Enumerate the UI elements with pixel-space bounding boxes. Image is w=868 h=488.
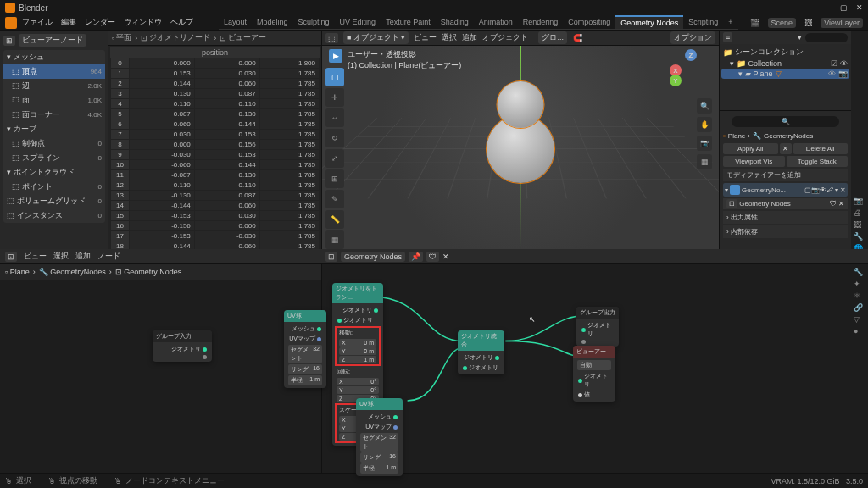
category-row[interactable]: ▾ カーブ bbox=[3, 122, 105, 136]
menu-file[interactable]: ファイル bbox=[22, 17, 53, 28]
viewlayer-select[interactable]: ViewLayer bbox=[821, 18, 863, 28]
spreadsheet-icon[interactable]: ⊞ bbox=[3, 36, 15, 46]
workspace-tab[interactable]: UV Editing bbox=[335, 16, 381, 28]
add-modifier-dropdown[interactable]: モディファイアーを追加 bbox=[723, 169, 848, 181]
apply-all-button[interactable]: Apply All bbox=[723, 143, 778, 154]
filter-icon[interactable]: ▾ bbox=[798, 33, 802, 42]
ne-menu-add[interactable]: 追加 bbox=[75, 251, 91, 262]
props-search[interactable]: 🔍 bbox=[732, 116, 839, 127]
props-bc-gn[interactable]: GeometryNodes bbox=[764, 132, 813, 140]
node-editor-icon[interactable]: ⊡ bbox=[5, 252, 17, 262]
workspace-tab[interactable]: Sculpting bbox=[293, 16, 335, 28]
tab-output-icon[interactable]: 🖨 bbox=[854, 208, 865, 217]
persp-icon[interactable]: ▦ bbox=[697, 154, 712, 169]
menu-render[interactable]: レンダー bbox=[85, 17, 115, 28]
node-tree-icon[interactable]: ⊡ bbox=[326, 252, 337, 262]
category-row[interactable]: ⬚ 面コーナー4.0K bbox=[3, 108, 105, 122]
scene-collection-row[interactable]: 📁 シーンコレクション bbox=[721, 46, 849, 58]
tool-transform[interactable]: ⊞ bbox=[326, 169, 344, 188]
category-row[interactable]: ▾ メッシュ bbox=[3, 50, 105, 64]
node-group-output[interactable]: グループ出力 ジオメトリ bbox=[576, 307, 619, 347]
window-controls[interactable]: —▢✕ bbox=[824, 3, 863, 12]
node-uv-sphere-1[interactable]: UV球 メッシュ UVマップ セグメント32 リング16 半径1 m bbox=[284, 310, 326, 388]
nbc-plane[interactable]: ▫ Plane bbox=[5, 268, 30, 276]
node-tree-close-icon[interactable]: ✕ bbox=[442, 252, 449, 261]
tool-annotate[interactable]: ✎ bbox=[326, 190, 344, 208]
maximize-icon[interactable]: ▢ bbox=[840, 3, 848, 12]
delete-all-button[interactable]: Delete All bbox=[793, 143, 849, 154]
category-row[interactable]: ⬚ 頂点964 bbox=[3, 64, 105, 79]
output-attributes-section[interactable]: › 出力属性 bbox=[723, 211, 848, 224]
shield-icon[interactable]: 🛡 bbox=[426, 252, 439, 262]
modifier-geometry-nodes[interactable]: ▾ GeometryNo...▢📷👁🖊 ▾ ✕ bbox=[723, 183, 848, 197]
pin-icon[interactable]: 📌 bbox=[409, 252, 423, 262]
ne-menu-view[interactable]: ビュー bbox=[24, 251, 47, 262]
minimize-icon[interactable]: — bbox=[824, 3, 832, 12]
editor-type-icon[interactable]: ⬚ bbox=[326, 33, 338, 43]
node-join-geometry[interactable]: ジオメトリ統合 ジオメトリ ジオメトリ bbox=[458, 330, 504, 374]
breadcrumb-viewer[interactable]: ⊡ ビューアー bbox=[220, 32, 266, 43]
outliner-search[interactable] bbox=[805, 33, 848, 42]
workspace-tab[interactable]: Scripting bbox=[683, 16, 723, 28]
zoom-icon[interactable]: 🔍 bbox=[697, 98, 712, 114]
ne-menu-node[interactable]: ノード bbox=[97, 251, 120, 262]
plane-row[interactable]: ▾ ▰ Plane ▽👁 📷 bbox=[721, 69, 849, 79]
node-uv-sphere-2[interactable]: UV球 メッシュ UVマップ セグメント32 リング16 半径1 m bbox=[356, 398, 403, 476]
play-viewport-icon[interactable]: ▶ bbox=[329, 49, 342, 63]
workspace-tab[interactable]: Animation bbox=[474, 16, 518, 28]
internal-deps-section[interactable]: › 内部依存 bbox=[723, 225, 848, 238]
mode-select[interactable]: ■ オブジェクト ▾ bbox=[343, 31, 409, 44]
workspace-tab[interactable]: Modeling bbox=[252, 16, 293, 28]
workspace-add[interactable]: + bbox=[723, 16, 737, 28]
tool-add[interactable]: ▦ bbox=[326, 230, 344, 249]
node-tree-name[interactable]: Geometry Nodes bbox=[739, 200, 790, 208]
viewer-node-select[interactable]: ビューアーノード bbox=[19, 34, 86, 47]
menu-edit[interactable]: 編集 bbox=[61, 17, 76, 28]
vp-menu-object[interactable]: オブジェクト bbox=[482, 32, 528, 43]
breadcrumb-geonodes[interactable]: ⊡ ジオメトリノード bbox=[141, 32, 210, 43]
nbc-gn2[interactable]: ⊡ Geometry Nodes bbox=[115, 268, 182, 276]
category-row[interactable]: ⬚ スプライン0 bbox=[3, 151, 105, 165]
vp-menu-select[interactable]: 選択 bbox=[442, 32, 457, 43]
collection-row[interactable]: ▾ 📁 Collection☑ 👁 bbox=[721, 58, 849, 69]
close-icon[interactable]: ✕ bbox=[856, 3, 863, 12]
category-row[interactable]: ⬚ ポイント0 bbox=[3, 180, 105, 194]
props-bc-plane[interactable]: Plane bbox=[728, 132, 745, 140]
category-row[interactable]: ⬚ インスタンス0 bbox=[3, 208, 105, 223]
workspace-tab[interactable]: Geometry Nodes bbox=[615, 15, 683, 29]
tool-scale[interactable]: ⤢ bbox=[326, 149, 344, 168]
nbc-gn[interactable]: 🔧 GeometryNodes bbox=[39, 268, 106, 276]
workspace-tab[interactable]: Rendering bbox=[518, 16, 564, 28]
tool-move[interactable]: ↔ bbox=[326, 108, 344, 127]
tab-render-icon[interactable]: 📷 bbox=[854, 197, 865, 205]
tool-measure[interactable]: 📏 bbox=[326, 210, 344, 229]
ne-menu-select[interactable]: 選択 bbox=[53, 251, 69, 262]
node-group-input[interactable]: グループ入力 ジオメトリ bbox=[153, 330, 212, 362]
3d-viewport[interactable]: ⬚ ■ オブジェクト ▾ ビュー 選択 追加 オブジェクト グロ... 🧲 オプ… bbox=[322, 30, 720, 249]
tool-rotate[interactable]: ↻ bbox=[326, 129, 344, 147]
category-row[interactable]: ⬚ 面1.0K bbox=[3, 93, 105, 108]
tab-view-icon[interactable]: 🖼 bbox=[854, 220, 865, 229]
tab-scene-icon[interactable]: 🔧 bbox=[854, 232, 865, 241]
tool-select[interactable]: ▢ bbox=[326, 68, 344, 86]
workspace-tab[interactable]: Shading bbox=[436, 16, 474, 28]
category-row[interactable]: ▾ ポイントクラウド bbox=[3, 165, 105, 180]
toggle-stack-button[interactable]: Toggle Stack bbox=[787, 156, 849, 167]
node-tree-select[interactable]: Geometry Nodes bbox=[341, 252, 405, 262]
outliner-icon[interactable]: ≡ bbox=[723, 32, 732, 42]
menu-help[interactable]: ヘルプ bbox=[170, 17, 193, 28]
category-row[interactable]: ⬚ 辺2.0K bbox=[3, 79, 105, 93]
options-dropdown[interactable]: オプション bbox=[670, 31, 715, 44]
vp-menu-add[interactable]: 追加 bbox=[462, 32, 477, 43]
vp-menu-view[interactable]: ビュー bbox=[414, 32, 437, 43]
hand-icon[interactable]: ✋ bbox=[697, 117, 712, 132]
menu-window[interactable]: ウィンドウ bbox=[124, 17, 162, 28]
tool-cursor[interactable]: ✛ bbox=[326, 88, 344, 107]
workspace-tab[interactable]: Texture Paint bbox=[381, 16, 436, 28]
orientation-select[interactable]: グロ... bbox=[538, 31, 567, 44]
camera-icon[interactable]: 📷 bbox=[697, 136, 712, 151]
node-viewer[interactable]: ビューアー 自動 ジオメトリ 値 bbox=[573, 346, 615, 402]
category-row[interactable]: ⬚ 制御点0 bbox=[3, 136, 105, 151]
apply-close-icon[interactable]: ✕ bbox=[780, 143, 792, 154]
workspace-tab[interactable]: Compositing bbox=[563, 16, 615, 28]
